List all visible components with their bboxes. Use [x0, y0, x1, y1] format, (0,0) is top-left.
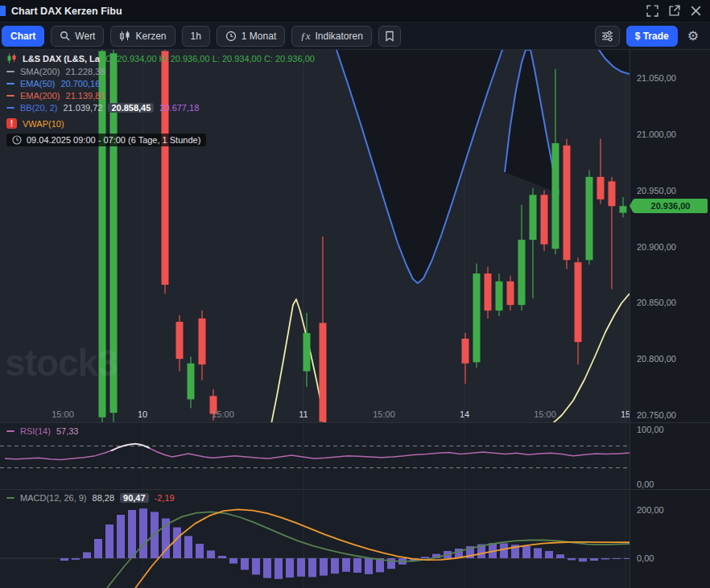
macd-signal-value: 90,47: [120, 493, 149, 503]
axis-label: 20.800,00: [637, 353, 676, 364]
tune-icon: [601, 30, 613, 42]
window-title: Chart DAX Kerzen Fibu: [11, 6, 122, 17]
clock-small-icon: [12, 135, 22, 145]
titlebar-actions: [646, 5, 702, 17]
sma-swatch: [6, 71, 14, 72]
search-icon: [60, 31, 70, 41]
macd-label: MACD(12, 26, 9): [20, 493, 87, 503]
rsi-label: RSI(14): [20, 426, 51, 436]
chart-area: stock3 L&S DAX (L&S, La O: 20.934,00 H: …: [0, 50, 710, 588]
chart-type-label: Kerzen: [135, 31, 166, 42]
time-axis-label: 10: [138, 409, 147, 419]
axis-label: 20.950,00: [637, 185, 676, 196]
indicators-button[interactable]: ƒx Indikatoren: [291, 26, 372, 47]
vwap-label: VWAP(10): [23, 119, 64, 129]
symbol-search-label: Wert: [75, 31, 95, 42]
axis-label: 0,00: [637, 479, 654, 490]
legend-bb-row[interactable]: BB(20, 2) 21.039,72 20.858,45 20.677,18: [6, 103, 199, 113]
sma-value: 21.228,38: [66, 67, 105, 76]
macd-swatch: [6, 497, 14, 499]
fx-icon: ƒx: [300, 30, 310, 43]
bb-middle-value: 20.858,45: [108, 103, 154, 113]
time-axis-label: 15:00: [52, 409, 74, 419]
macd-value: 88,28: [93, 493, 115, 503]
legend-ema50-row[interactable]: EMA(50) 20.700,16: [6, 79, 100, 88]
legend-timeframe-row: 09.04.2025 09:00 - 07:00 (6 Tage, 1 Stun…: [6, 134, 206, 146]
series-candle-icon: [6, 53, 17, 64]
trade-button[interactable]: $ Trade: [626, 26, 678, 47]
settings-gear-icon[interactable]: ⚙: [684, 28, 702, 43]
axis-label: 21.050,00: [637, 72, 676, 84]
legend-macd-row[interactable]: MACD(12, 26, 9) 88,28 90,47 -2,19: [6, 493, 175, 503]
interval-button[interactable]: 1h: [182, 26, 210, 47]
time-axis: 15:001015:001115:001415:0015: [0, 409, 630, 422]
axis-label: 100,00: [637, 424, 664, 435]
indicators-label: Indikatoren: [316, 31, 363, 42]
axis-label: 20.750,00: [637, 409, 676, 421]
time-axis-label: 11: [299, 409, 308, 419]
candlestick-icon: [119, 31, 130, 42]
rsi-value: 57,33: [56, 426, 79, 436]
bb-upper-value: 21.039,72: [63, 103, 102, 113]
ohlc-values: O: 20.934,00 H: 20.936,00 L: 20.934,00 C…: [105, 54, 315, 64]
titlebar: Chart DAX Kerzen Fibu: [0, 0, 710, 23]
price-axis[interactable]: 20.936,00 21.050,0021.000,0020.950,0020.…: [630, 50, 710, 588]
macd-canvas[interactable]: [0, 490, 630, 588]
axis-label: 0,00: [637, 553, 654, 564]
macd-hist-value: -2,19: [155, 493, 175, 503]
range-label: 1 Monat: [241, 31, 276, 42]
last-price-badge: 20.936,00: [634, 199, 708, 213]
legend-rsi-row[interactable]: RSI(14) 57,33: [6, 426, 78, 436]
legend-ema200-row[interactable]: EMA(200) 21.139,81: [6, 91, 105, 101]
ema50-swatch: [6, 83, 14, 84]
clock-icon: [225, 31, 237, 42]
trading-chart-app: Chart DAX Kerzen Fibu Chart Wert K: [0, 0, 710, 588]
time-axis-label: 15:00: [534, 409, 556, 419]
bb-swatch: [6, 107, 14, 109]
ema50-label: EMA(50): [20, 79, 55, 88]
close-icon[interactable]: [690, 5, 702, 17]
range-button[interactable]: 1 Monat: [217, 26, 285, 47]
sma-label: SMA(200): [20, 67, 60, 76]
instrument-name: L&S DAX (L&S, La: [23, 54, 100, 64]
toolbar: Chart Wert Kerzen 1h 1 Monat ƒx Indikato…: [0, 23, 710, 50]
ema200-value: 21.139,81: [66, 91, 105, 101]
rsi-swatch: [6, 430, 14, 432]
chart-button[interactable]: Chart: [2, 26, 44, 47]
timeframe-text: 09.04.2025 09:00 - 07:00 (6 Tage, 1 Stun…: [27, 135, 200, 145]
expand-icon[interactable]: [646, 5, 658, 17]
chart-type-button[interactable]: Kerzen: [110, 26, 175, 47]
bb-lower-value: 20.677,18: [159, 103, 199, 113]
bookmark-icon: [385, 31, 394, 42]
legend-vwap-row[interactable]: ! VWAP(10): [6, 118, 64, 129]
tune-button[interactable]: [595, 26, 620, 47]
legend-sma-row[interactable]: SMA(200) 21.228,38: [6, 67, 105, 76]
last-price-text: 20.936,00: [651, 201, 691, 211]
legend-instrument-row[interactable]: L&S DAX (L&S, La O: 20.934,00 H: 20.936,…: [6, 53, 315, 64]
app-icon: [0, 6, 6, 16]
time-axis-label: 15:00: [212, 409, 234, 419]
axis-label: 20.900,00: [637, 241, 676, 253]
time-axis-label: 14: [460, 409, 469, 419]
ema200-swatch: [6, 95, 14, 97]
axis-label: 20.850,00: [637, 297, 676, 308]
axis-label: 21.000,00: [637, 129, 676, 140]
panel-separator[interactable]: [0, 489, 710, 490]
bb-label: BB(20, 2): [20, 103, 57, 113]
rsi-canvas[interactable]: [0, 423, 630, 489]
popout-icon[interactable]: [668, 5, 680, 17]
axis-label: 200,00: [637, 504, 664, 516]
ema200-label: EMA(200): [20, 91, 60, 101]
time-axis-label: 15:00: [373, 409, 395, 419]
panel-separator[interactable]: [0, 422, 710, 423]
bookmark-button[interactable]: [378, 26, 401, 47]
symbol-search-button[interactable]: Wert: [51, 26, 104, 47]
ema50-value: 20.700,16: [60, 79, 100, 88]
warning-icon: !: [6, 118, 17, 129]
